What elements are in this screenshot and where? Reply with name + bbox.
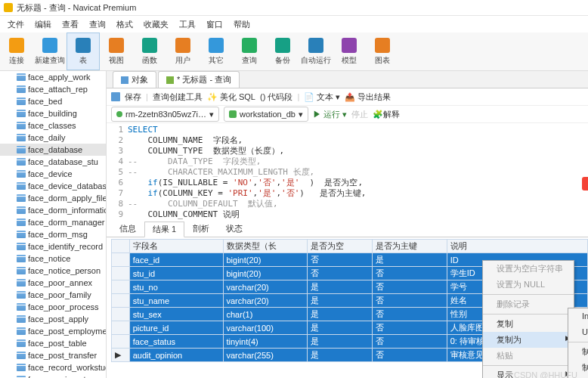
ctx-copy-as[interactable]: 复制为▶ — [483, 332, 574, 348]
tab-status[interactable]: 状态 — [218, 221, 251, 237]
sidebar-item-face_attach_rep[interactable]: face_attach_rep — [0, 83, 106, 95]
sidebar-item-face_device_database[interactable]: face_device_database — [0, 180, 106, 192]
save-button[interactable]: 保存 — [125, 91, 141, 103]
explain-button[interactable]: 🧩解释 — [373, 109, 400, 120]
sidebar-item-face_dorm_apply_file[interactable]: face_dorm_apply_file — [0, 192, 106, 204]
sidebar-item-face_device[interactable]: face_device — [0, 168, 106, 180]
toolbar-fx[interactable]: 函数 — [133, 33, 166, 70]
toolbar-table[interactable]: 表 — [67, 33, 100, 70]
ctx-copy[interactable]: 复制 — [483, 316, 574, 332]
sidebar-item-face_identify_record[interactable]: face_identify_record — [0, 240, 106, 253]
sidebar-item-face_dorm_information[interactable]: face_dorm_information — [0, 204, 106, 216]
result-tabs: 信息 结果 1 剖析 状态 — [107, 222, 588, 237]
sql-editor[interactable]: 123456789 SELECT COLUMN_NAME 字段名, COLUMN… — [107, 123, 588, 222]
col-4[interactable]: 说明 — [447, 240, 587, 253]
toolbar-backup[interactable]: 备份 — [266, 33, 299, 70]
connected-icon — [116, 111, 122, 117]
tab-result1[interactable]: 结果 1 — [144, 222, 184, 237]
builder-button[interactable]: 查询创建工具 — [153, 91, 203, 103]
col-1[interactable]: 数据类型（长 — [223, 240, 307, 253]
sidebar-item-face_classes[interactable]: face_classes — [0, 119, 106, 132]
tab-objects-label: 对象 — [132, 74, 148, 85]
sidebar-item-face_post_table[interactable]: face_post_table — [0, 337, 106, 349]
svg-rect-4 — [109, 38, 124, 53]
sidebar-item-face_post_apply[interactable]: face_post_apply — [0, 313, 106, 325]
sidebar-item-face_bed[interactable]: face_bed — [0, 95, 106, 107]
beautify-button[interactable]: ✨ 美化 SQL — [207, 91, 255, 103]
run-button[interactable]: ▶ 运行 ▾ — [313, 109, 347, 120]
sidebar-item-face_post_employment[interactable]: face_post_employment — [0, 325, 106, 337]
tab-analyze[interactable]: 剖析 — [184, 221, 218, 237]
sidebar-item-face_notice[interactable]: face_notice — [0, 253, 106, 265]
menu-query[interactable]: 查询 — [85, 18, 110, 31]
toolbar-newquery[interactable]: 新建查询 — [33, 33, 67, 70]
col-2[interactable]: 是否为空 — [307, 240, 372, 253]
menu-help[interactable]: 帮助 — [229, 18, 255, 31]
menu-edit[interactable]: 编辑 — [30, 18, 56, 31]
codeseg-button[interactable]: () 代码段 — [260, 91, 292, 103]
ctx-tab-data[interactable]: 制表符分隔值（数据） — [568, 344, 588, 360]
sidebar-item-face_post_transfer[interactable]: face_post_transfer — [0, 349, 106, 361]
tab-query[interactable]: * 无标题 - 查询 — [158, 71, 240, 88]
toolbar-model[interactable]: 模型 — [333, 33, 366, 70]
ctx-update-stmt[interactable]: Update 语句 — [568, 324, 588, 340]
ctx-delete-record[interactable]: 删除记录 — [483, 296, 574, 312]
table-icon — [17, 206, 26, 214]
sidebar-item-face_notice_person[interactable]: face_notice_person — [0, 265, 106, 277]
sidebar-item-face_database_stu[interactable]: face_database_stu — [0, 156, 106, 168]
editor-tabbar: 对象 * 无标题 - 查询 — [107, 71, 588, 88]
sidebar-tables[interactable]: face_apply_workface_attach_repface_bedfa… — [0, 71, 107, 378]
table-icon — [17, 231, 26, 238]
text-button[interactable]: 📄 文本 ▾ — [304, 91, 340, 103]
sidebar-item-face_building[interactable]: face_building — [0, 107, 106, 119]
connection-selector[interactable]: rm-2zetn83n05wz7i… ▾ — [111, 107, 219, 122]
sidebar-item-face_poor_family[interactable]: face_poor_family — [0, 289, 106, 301]
side-tab-indicator[interactable] — [582, 177, 588, 191]
tab-info[interactable]: 信息 — [111, 221, 144, 237]
sidebar-item-face_daily[interactable]: face_daily — [0, 132, 106, 144]
tab-objects[interactable]: 对象 — [113, 71, 156, 88]
menu-fav[interactable]: 收藏夹 — [139, 18, 173, 31]
table-icon — [17, 327, 26, 335]
toolbar-auto[interactable]: 自动运行 — [299, 33, 333, 70]
backup-icon — [274, 37, 291, 54]
ctx-insert-stmt[interactable]: Insert 语句 — [568, 308, 588, 324]
menu-view[interactable]: 查看 — [57, 18, 83, 31]
toolbar-query[interactable]: 查询 — [233, 33, 266, 70]
col-0[interactable]: 字段名 — [129, 240, 223, 253]
sidebar-item-face_dorm_msg[interactable]: face_dorm_msg — [0, 228, 106, 240]
sidebar-item-face_apply_work[interactable]: face_apply_work — [0, 71, 106, 83]
context-submenu-copyas[interactable]: Insert 语句 Update 语句 制表符分隔值（数据） 制表符分隔值（字段… — [568, 308, 588, 378]
sidebar-item-face_dorm_manager[interactable]: face_dorm_manager — [0, 216, 106, 228]
sidebar-item-face_database[interactable]: face_database — [0, 144, 106, 156]
toolbar-plug[interactable]: 连接 — [0, 33, 33, 70]
menu-window[interactable]: 窗口 — [202, 18, 227, 31]
context-menu[interactable]: 设置为空白字符串 设置为 NULL 删除记录 复制 复制为▶ 粘贴 显示▶ — [482, 260, 574, 378]
svg-rect-2 — [42, 38, 57, 53]
col-3[interactable]: 是否为主键 — [373, 240, 447, 253]
toolbar-chart[interactable]: 图表 — [366, 33, 399, 70]
table-icon — [17, 73, 26, 81]
menu-tools[interactable]: 工具 — [175, 18, 200, 31]
main-panel: 对象 * 无标题 - 查询 保存 | 查询创建工具 ✨ 美化 SQL () 代码… — [107, 71, 588, 378]
menu-format[interactable]: 格式 — [112, 18, 138, 31]
database-selector[interactable]: workstation_db ▾ — [224, 107, 308, 122]
toolbar-user[interactable]: 用户 — [166, 33, 200, 70]
sidebar-item-face_repair_note[interactable]: face_repair_note — [0, 373, 106, 378]
ctx-paste[interactable]: 粘贴 — [483, 348, 574, 364]
menu-file[interactable]: 文件 — [3, 18, 29, 31]
table-icon — [17, 170, 26, 178]
svg-rect-10 — [308, 38, 323, 53]
sidebar-item-face_poor_process[interactable]: face_poor_process — [0, 301, 106, 313]
toolbar-view[interactable]: 视图 — [100, 33, 133, 70]
ctx-set-null[interactable]: 设置为 NULL — [483, 277, 574, 293]
table-icon — [17, 182, 26, 190]
export-button[interactable]: 📤 导出结果 — [345, 91, 391, 103]
sidebar-item-face_record_workstudy[interactable]: face_record_workstudy — [0, 361, 106, 373]
sql-code[interactable]: SELECT COLUMN_NAME 字段名, COLUMN_TYPE 数据类型… — [128, 125, 366, 220]
svg-rect-14 — [166, 76, 174, 84]
plug-icon — [8, 37, 25, 54]
toolbar-other[interactable]: 其它 — [200, 33, 233, 70]
ctx-set-blank[interactable]: 设置为空白字符串 — [483, 261, 574, 277]
sidebar-item-face_poor_annex[interactable]: face_poor_annex — [0, 277, 106, 289]
